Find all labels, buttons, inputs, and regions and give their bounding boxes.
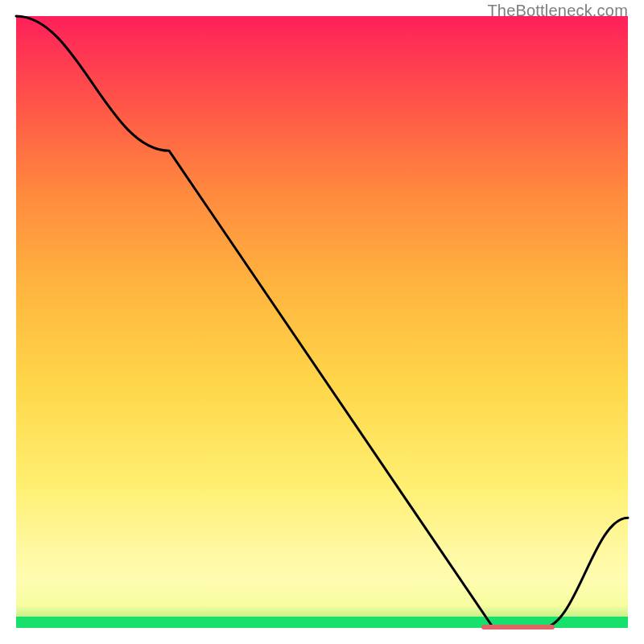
chart-stage: TheBottleneck.com bbox=[0, 0, 644, 644]
bottleneck-curve bbox=[16, 16, 628, 628]
valley-marker bbox=[481, 625, 555, 630]
watermark-text: TheBottleneck.com bbox=[487, 2, 628, 20]
